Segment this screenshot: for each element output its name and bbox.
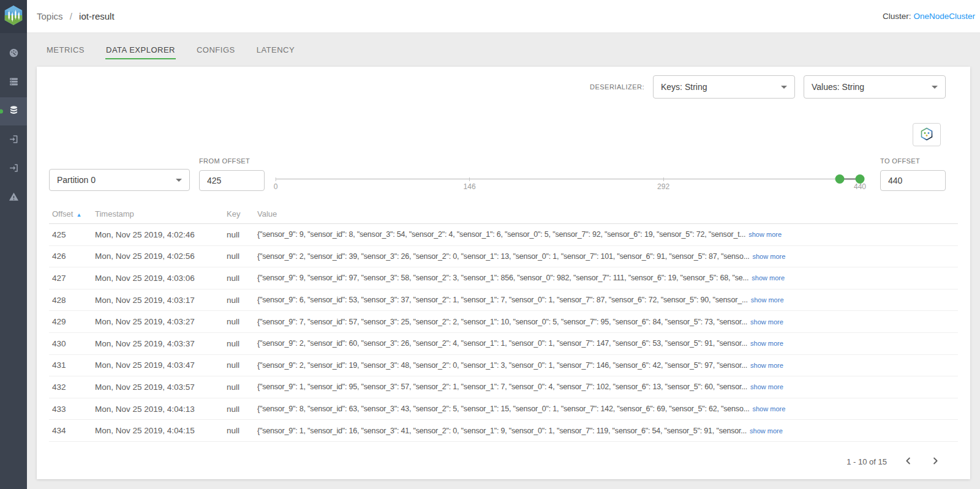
breadcrumb-topics-link[interactable]: Topics	[37, 11, 63, 21]
slider-track[interactable]	[276, 178, 860, 180]
offset-header-label: Offset	[52, 209, 73, 218]
column-header-key: Key	[227, 209, 257, 218]
cell-key: null	[227, 252, 257, 261]
cell-value-text: {"sensor_9": 2, "sensor_id": 19, "sensor…	[257, 361, 747, 370]
to-offset-label: TO OFFSET	[880, 157, 946, 165]
tab-metrics[interactable]: METRICS	[46, 40, 85, 59]
deserializer-row: DESERIALIZER: Keys: String Values: Strin…	[37, 67, 970, 99]
consumers-exit-icon	[8, 133, 20, 147]
cell-offset: 434	[49, 426, 95, 435]
tab-latency[interactable]: LATENCY	[256, 40, 296, 59]
cell-value-text: {"sensor_9": 9, "sensor_id": 8, "sensor_…	[257, 230, 745, 239]
from-offset-input[interactable]	[199, 170, 265, 191]
cell-timestamp: Mon, Nov 25 2019, 4:03:47	[95, 360, 227, 370]
show-more-link[interactable]: show more	[752, 274, 785, 282]
hexagon-cube-icon	[919, 127, 934, 143]
table-row: 430 Mon, Nov 25 2019, 4:03:37 null {"sen…	[49, 333, 958, 355]
topics-database-icon	[8, 105, 20, 119]
table-row: 431 Mon, Nov 25 2019, 4:03:47 null {"sen…	[49, 355, 958, 377]
cell-offset: 425	[49, 230, 95, 239]
prev-page-button[interactable]	[903, 455, 914, 468]
column-header-offset[interactable]: Offset▲	[49, 209, 95, 218]
main-area: Topics / iot-result Cluster:OneNodeClust…	[27, 0, 980, 489]
show-more-link[interactable]: show more	[753, 253, 786, 260]
cell-key: null	[227, 339, 257, 348]
to-offset-input[interactable]	[880, 170, 946, 191]
slider-tick: 292	[657, 177, 669, 191]
cell-key: null	[227, 426, 257, 435]
column-header-value: Value	[257, 209, 958, 218]
top-header: Topics / iot-result Cluster:OneNodeClust…	[27, 0, 980, 33]
show-more-link[interactable]: show more	[750, 318, 783, 326]
show-more-link[interactable]: show more	[748, 231, 782, 238]
app-logo[interactable]	[0, 0, 27, 33]
cell-value: {"sensor_9": 7, "sensor_id": 57, "sensor…	[257, 318, 958, 326]
show-more-link[interactable]: show more	[751, 296, 784, 304]
cluster-link[interactable]: OneNodeCluster	[913, 12, 975, 21]
partition-select[interactable]: Partition 0	[49, 169, 190, 191]
sidebar-item-alerts[interactable]	[0, 184, 27, 212]
show-more-link[interactable]: show more	[750, 427, 783, 435]
values-select-value: Values: String	[812, 82, 864, 92]
cell-offset: 432	[49, 383, 95, 392]
cell-timestamp: Mon, Nov 25 2019, 4:04:15	[95, 426, 227, 435]
cell-timestamp: Mon, Nov 25 2019, 4:03:06	[95, 274, 227, 283]
cell-value: {"sensor_9": 9, "sensor_id": 97, "sensor…	[257, 274, 958, 282]
sidebar-item-topics[interactable]	[0, 97, 27, 125]
table-body: 425 Mon, Nov 25 2019, 4:02:46 null {"sen…	[49, 224, 958, 442]
tab-data-explorer[interactable]: DATA EXPLORER	[105, 40, 176, 59]
values-deserializer-select[interactable]: Values: String	[804, 75, 946, 99]
brokers-list-icon	[8, 76, 20, 90]
sidebar-item-connect[interactable]	[0, 155, 27, 183]
table-row: 433 Mon, Nov 25 2019, 4:04:13 null {"sen…	[49, 398, 958, 420]
breadcrumb: Topics / iot-result	[37, 11, 115, 21]
offset-range-slider[interactable]: 0146292440	[276, 162, 860, 191]
sidebar-item-consumers[interactable]	[0, 126, 27, 154]
partition-select-value: Partition 0	[57, 175, 96, 185]
topics-ui-hex-button[interactable]	[913, 123, 941, 146]
slider-handle-from[interactable]	[835, 174, 845, 184]
cell-timestamp: Mon, Nov 25 2019, 4:02:56	[95, 252, 227, 261]
chevron-down-icon	[932, 86, 938, 89]
cell-value-text: {"sensor_9": 9, "sensor_id": 97, "sensor…	[257, 274, 748, 282]
sidebar-item-dashboard[interactable]	[0, 40, 27, 68]
cell-value: {"sensor_9": 1, "sensor_id": 95, "sensor…	[257, 383, 958, 391]
column-header-timestamp: Timestamp	[95, 209, 227, 218]
keys-deserializer-select[interactable]: Keys: String	[653, 75, 795, 99]
cell-value-text: {"sensor_9": 2, "sensor_id": 39, "sensor…	[257, 252, 750, 261]
pagination-range: 1 - 10 of 15	[846, 457, 887, 466]
cell-offset: 426	[49, 252, 95, 261]
sort-ascending-icon[interactable]: ▲	[76, 212, 81, 218]
table-row: 429 Mon, Nov 25 2019, 4:03:27 null {"sen…	[49, 311, 958, 333]
slider-tick: 146	[464, 177, 476, 191]
slider-tick: 0	[274, 177, 278, 191]
show-more-link[interactable]: show more	[750, 383, 783, 390]
alerts-warning-icon	[8, 191, 20, 205]
sidebar-nav	[0, 40, 27, 212]
messages-table: Offset▲ Timestamp Key Value 425 Mon, Nov…	[37, 204, 970, 442]
deserializer-label: DESERIALIZER:	[590, 83, 644, 91]
table-row: 434 Mon, Nov 25 2019, 4:04:15 null {"sen…	[49, 420, 958, 442]
cell-key: null	[227, 405, 257, 414]
cell-value: {"sensor_9": 9, "sensor_id": 8, "sensor_…	[257, 230, 958, 239]
kafka-topics-ui-logo-icon	[4, 4, 23, 29]
cell-value: {"sensor_9": 2, "sensor_id": 60, "sensor…	[257, 339, 958, 348]
from-offset-label: FROM OFFSET	[199, 157, 265, 165]
show-more-link[interactable]: show more	[753, 405, 786, 412]
cell-value-text: {"sensor_9": 2, "sensor_id": 60, "sensor…	[257, 339, 747, 348]
table-row: 432 Mon, Nov 25 2019, 4:03:57 null {"sen…	[49, 376, 958, 398]
cell-value-text: {"sensor_9": 1, "sensor_id": 95, "sensor…	[257, 383, 747, 391]
show-more-link[interactable]: show more	[750, 362, 783, 369]
chevron-left-icon	[903, 455, 914, 468]
cell-offset: 429	[49, 317, 95, 326]
slider-handle-to[interactable]	[856, 174, 865, 184]
icon-button-row	[37, 99, 970, 146]
cell-key: null	[227, 383, 257, 392]
sidebar-item-brokers[interactable]	[0, 69, 27, 97]
next-page-button[interactable]	[930, 455, 941, 468]
cell-offset: 427	[49, 274, 95, 283]
show-more-link[interactable]: show more	[750, 340, 783, 347]
from-offset-field: FROM OFFSET	[199, 157, 265, 191]
tab-configs[interactable]: CONFIGS	[196, 40, 236, 59]
cell-value-text: {"sensor_9": 1, "sensor_id": 16, "sensor…	[257, 427, 747, 435]
